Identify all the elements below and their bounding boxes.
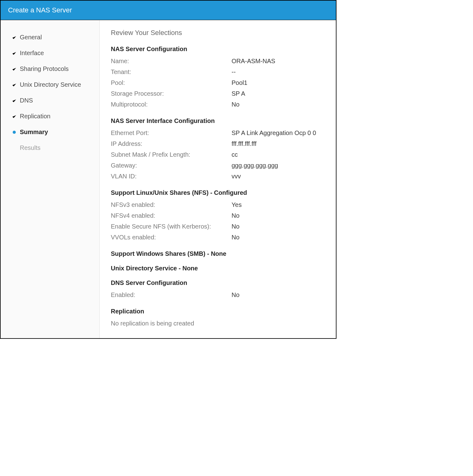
value-nfsv3: Yes bbox=[232, 201, 242, 208]
step-label: Unix Directory Service bbox=[20, 81, 81, 88]
replication-info: No replication is being created bbox=[111, 318, 323, 329]
value-tenant: -- bbox=[232, 68, 236, 76]
value-nfsv4: No bbox=[232, 212, 240, 219]
label-nfsv3: NFSv3 enabled: bbox=[111, 201, 232, 208]
row-secure-nfs: Enable Secure NFS (with Kerberos): No bbox=[111, 221, 323, 232]
wizard-steps-sidebar: General Interface Sharing Protocols Unix… bbox=[1, 20, 100, 338]
step-sharing-protocols[interactable]: Sharing Protocols bbox=[12, 61, 99, 77]
row-dns-enabled: Enabled: No bbox=[111, 290, 323, 300]
step-general[interactable]: General bbox=[12, 29, 99, 45]
row-tenant: Tenant: -- bbox=[111, 67, 323, 77]
label-dns-enabled: Enabled: bbox=[111, 291, 232, 299]
label-tenant: Tenant: bbox=[111, 68, 232, 76]
check-icon bbox=[12, 67, 17, 72]
wizard-window: Create a NAS Server General Interface Sh… bbox=[0, 0, 336, 339]
row-nfsv3: NFSv3 enabled: Yes bbox=[111, 199, 323, 210]
label-multiprotocol: Multiprotocol: bbox=[111, 101, 232, 108]
value-vvols: No bbox=[232, 234, 240, 241]
label-gateway: Gateway: bbox=[111, 162, 232, 169]
step-label: Summary bbox=[20, 129, 48, 136]
row-ip-address: IP Address: fff.fff.fff.fff bbox=[111, 138, 323, 149]
section-smb-title: Support Windows Shares (SMB) - None bbox=[111, 250, 323, 257]
value-ip-address: fff.fff.fff.fff bbox=[232, 140, 256, 147]
step-results: Results bbox=[12, 140, 99, 156]
step-label: Interface bbox=[20, 50, 44, 57]
label-vlan-id: VLAN ID: bbox=[111, 173, 232, 180]
section-nas-config-title: NAS Server Configuration bbox=[111, 46, 323, 53]
row-vvols: VVOLs enabled: No bbox=[111, 232, 323, 243]
label-nfsv4: NFSv4 enabled: bbox=[111, 212, 232, 219]
row-ethernet-port: Ethernet Port: SP A Link Aggregation Ocp… bbox=[111, 128, 323, 138]
step-label: Sharing Protocols bbox=[20, 65, 69, 72]
value-subnet-mask: cc bbox=[232, 151, 238, 158]
value-name: ORA-ASM-NAS bbox=[232, 58, 275, 65]
check-icon bbox=[12, 114, 17, 119]
row-nfsv4: NFSv4 enabled: No bbox=[111, 210, 323, 221]
section-nfs-title: Support Linux/Unix Shares (NFS) - Config… bbox=[111, 189, 323, 196]
section-interface-title: NAS Server Interface Configuration bbox=[111, 117, 323, 124]
label-secure-nfs: Enable Secure NFS (with Kerberos): bbox=[111, 223, 232, 230]
row-storage-processor: Storage Processor: SP A bbox=[111, 88, 323, 99]
step-dns[interactable]: DNS bbox=[12, 93, 99, 108]
check-icon bbox=[12, 51, 17, 56]
label-name: Name: bbox=[111, 58, 232, 65]
step-unix-directory-service[interactable]: Unix Directory Service bbox=[12, 77, 99, 93]
row-subnet-mask: Subnet Mask / Prefix Length: cc bbox=[111, 149, 323, 160]
label-subnet-mask: Subnet Mask / Prefix Length: bbox=[111, 151, 232, 158]
check-icon bbox=[12, 98, 17, 103]
row-name: Name: ORA-ASM-NAS bbox=[111, 56, 323, 67]
summary-panel: Review Your Selections NAS Server Config… bbox=[100, 20, 336, 338]
check-icon bbox=[12, 82, 17, 87]
label-ip-address: IP Address: bbox=[111, 140, 232, 147]
row-pool: Pool: Pool1 bbox=[111, 77, 323, 88]
current-step-dot-icon bbox=[12, 130, 17, 135]
value-pool: Pool1 bbox=[232, 79, 247, 86]
value-secure-nfs: No bbox=[232, 223, 240, 230]
section-uds-title: Unix Directory Service - None bbox=[111, 265, 323, 272]
section-replication-title: Replication bbox=[111, 308, 323, 315]
window-body: General Interface Sharing Protocols Unix… bbox=[1, 20, 336, 338]
step-replication[interactable]: Replication bbox=[12, 108, 99, 124]
row-vlan-id: VLAN ID: vvv bbox=[111, 171, 323, 182]
step-label: Replication bbox=[20, 113, 50, 120]
section-dns-title: DNS Server Configuration bbox=[111, 279, 323, 286]
row-multiprotocol: Multiprotocol: No bbox=[111, 99, 323, 110]
value-dns-enabled: No bbox=[232, 291, 240, 299]
step-summary[interactable]: Summary bbox=[12, 124, 99, 140]
step-label: General bbox=[20, 34, 42, 41]
value-gateway: ggg.ggg.ggg.ggg bbox=[232, 162, 278, 169]
row-gateway: Gateway: ggg.ggg.ggg.ggg bbox=[111, 160, 323, 171]
check-icon bbox=[12, 35, 17, 40]
value-multiprotocol: No bbox=[232, 101, 240, 108]
label-ethernet-port: Ethernet Port: bbox=[111, 129, 232, 137]
value-storage-processor: SP A bbox=[232, 90, 245, 97]
label-pool: Pool: bbox=[111, 79, 232, 86]
window-title: Create a NAS Server bbox=[1, 1, 336, 20]
label-vvols: VVOLs enabled: bbox=[111, 234, 232, 241]
step-label: DNS bbox=[20, 97, 33, 104]
step-interface[interactable]: Interface bbox=[12, 45, 99, 61]
step-label: Results bbox=[20, 144, 41, 151]
label-storage-processor: Storage Processor: bbox=[111, 90, 232, 97]
value-vlan-id: vvv bbox=[232, 173, 241, 180]
value-ethernet-port: SP A Link Aggregation Ocp 0 0 bbox=[232, 129, 316, 137]
page-title: Review Your Selections bbox=[111, 29, 323, 37]
